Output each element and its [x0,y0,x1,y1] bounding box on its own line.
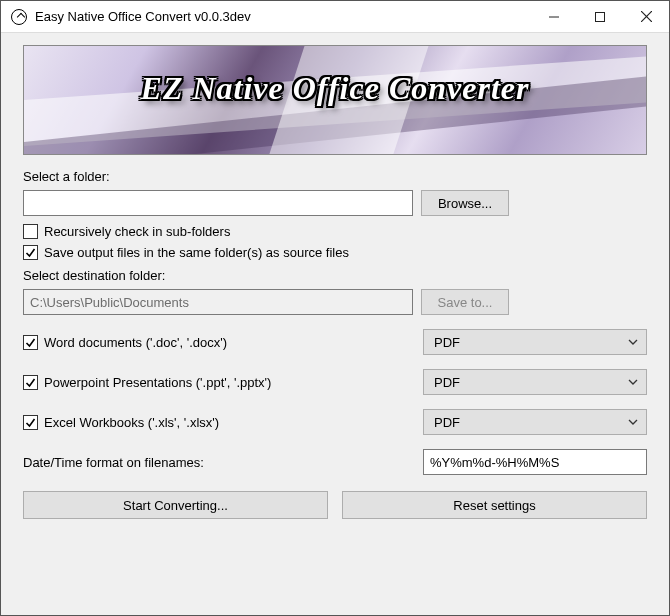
maximize-button[interactable] [577,1,623,33]
chevron-down-icon [628,337,638,347]
select-folder-label: Select a folder: [23,169,647,184]
datetime-format-input[interactable] [423,449,647,475]
word-label: Word documents ('.doc', '.docx') [44,335,227,350]
content-area: EZ Native Office Converter Select a fold… [1,33,669,615]
ppt-checkbox[interactable] [23,375,38,390]
xls-format-select[interactable]: PDF [423,409,647,435]
chevron-down-icon [628,377,638,387]
xls-checkbox[interactable] [23,415,38,430]
reset-settings-button[interactable]: Reset settings [342,491,647,519]
select-dest-label: Select destination folder: [23,268,647,283]
app-icon [11,9,27,25]
xls-label: Excel Workbooks ('.xls', '.xlsx') [44,415,219,430]
titlebar: Easy Native Office Convert v0.0.3dev [1,1,669,33]
recursive-label: Recursively check in sub-folders [44,224,230,239]
minimize-button[interactable] [531,1,577,33]
browse-button[interactable]: Browse... [421,190,509,216]
ppt-format-value: PDF [434,375,460,390]
chevron-down-icon [628,417,638,427]
word-format-select[interactable]: PDF [423,329,647,355]
save-same-label: Save output files in the same folder(s) … [44,245,349,260]
word-checkbox[interactable] [23,335,38,350]
save-to-button: Save to... [421,289,509,315]
recursive-checkbox[interactable] [23,224,38,239]
xls-format-value: PDF [434,415,460,430]
banner-title: EZ Native Office Converter [24,46,646,107]
svg-rect-1 [596,12,605,21]
start-converting-button[interactable]: Start Converting... [23,491,328,519]
ppt-format-select[interactable]: PDF [423,369,647,395]
source-folder-input[interactable] [23,190,413,216]
window-title: Easy Native Office Convert v0.0.3dev [35,9,251,24]
word-format-value: PDF [434,335,460,350]
banner: EZ Native Office Converter [23,45,647,155]
save-same-checkbox[interactable] [23,245,38,260]
ppt-label: Powerpoint Presentations ('.ppt', '.pptx… [44,375,271,390]
dest-folder-input [23,289,413,315]
datetime-label: Date/Time format on filenames: [23,455,204,470]
close-button[interactable] [623,1,669,33]
